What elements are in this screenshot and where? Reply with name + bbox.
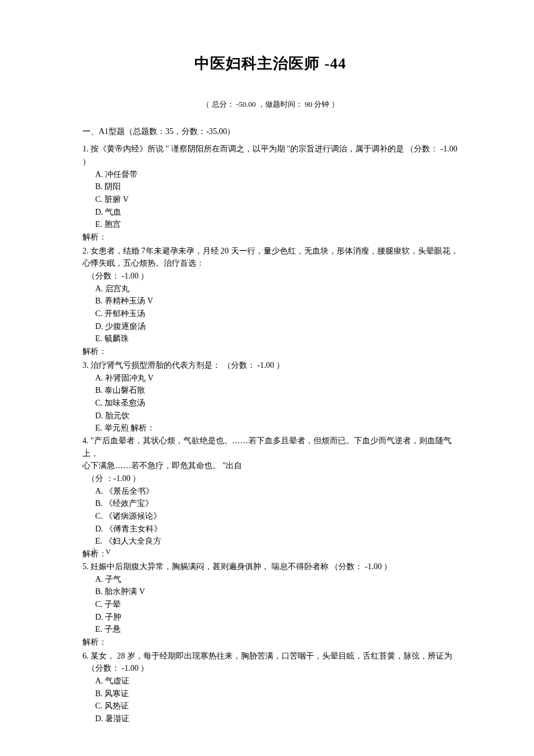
q4-option-a: A. 《景岳全书》 <box>95 485 459 498</box>
q2-stem-2: 心悸失眠，五心烦热。治疗首选： <box>82 257 459 270</box>
q3-option-b: B. 泰山磐石散 <box>95 384 459 397</box>
q5-stem: 5. 妊娠中后期腹大异常，胸膈满闷，甚则遍身俱肿， 喘息不得卧者称 （分数： -… <box>82 560 459 573</box>
q3-option-a: A. 补肾固冲丸 V <box>95 372 459 385</box>
q3-option-c: C. 加味圣愈汤 <box>95 397 459 410</box>
q2-stem-1: 2. 女患者，结婚 7年未避孕未孕，月经 20 天一行，量少色红，无血块，形体消… <box>82 245 459 258</box>
question-1: 1. 按《黄帝内经》所说 " 谨察阴阳所在而调之，以平为期 "的宗旨进行调治，属… <box>82 143 459 231</box>
q4-stem-1: 4. "产后血晕者，其状心烦，气欲绝是也。……若下血多且晕者，但烦而已。下血少而… <box>82 435 459 460</box>
q2-score: （分数： -1.00 ） <box>87 270 459 283</box>
q4-analysis-row: 解析： 》 V <box>82 548 459 560</box>
exam-meta: （ 总分： -50.00 ，做题时间： 90 分钟 ） <box>82 99 459 110</box>
q5-option-d: D. 子肿 <box>95 611 459 624</box>
q2-option-c: C. 开郁种玉汤 <box>95 308 459 320</box>
section-heading: 一、A1型题（总题数：35，分数：-35.00） <box>82 125 459 138</box>
q2-option-a: A. 启宫丸 <box>95 283 459 295</box>
q1-option-c: C. 脏腑 V <box>95 193 459 206</box>
q5-option-c: C. 子晕 <box>95 598 459 611</box>
q4-option-d: D. 《傅青主女科》 <box>95 523 459 536</box>
q1-option-b: B. 阴阳 <box>95 180 459 193</box>
q6-option-c: C. 风热证 <box>95 700 459 712</box>
q1-option-e: E. 胞宫 <box>95 218 459 231</box>
q3-analysis-inline: 解析： <box>131 424 155 432</box>
q5-option-e: E. 子悬 <box>95 623 459 636</box>
q4-score: （分 ：-1.00 ） <box>87 472 459 485</box>
question-2: 2. 女患者，结婚 7年未避孕未孕，月经 20 天一行，量少色红，无血块，形体消… <box>82 245 459 346</box>
q6-option-d: D. 暑湿证 <box>95 712 459 725</box>
q4-mark: V <box>106 547 111 558</box>
q4-stem-2: 心下满急……若不急疗，即危其命也。 "出自 <box>82 460 459 472</box>
question-3: 3. 治疗肾气亏损型滑胎的代表方剂是： （分数： -1.00 ） A. 补肾固冲… <box>82 359 459 435</box>
q5-option-a: A. 子气 <box>95 573 459 586</box>
q2-option-d: D. 少腹逐瘀汤 <box>95 320 459 333</box>
q3-option-d: D. 胎元饮 <box>95 410 459 422</box>
q4-option-b: B. 《经效产宝》 <box>95 497 459 510</box>
q1-stem: 1. 按《黄帝内经》所说 " 谨察阴阳所在而调之，以平为期 "的宗旨进行调治，属… <box>82 143 459 168</box>
q4-option-e: E. 《妇人大全良方 <box>95 535 459 548</box>
page-title: 中医妇科主治医师 -44 <box>82 52 459 75</box>
question-4: 4. "产后血晕者，其状心烦，气欲绝是也。……若下血多且晕者，但烦而已。下血少而… <box>82 435 459 548</box>
q2-analysis: 解析： <box>82 345 459 358</box>
q6-option-a: A. 气虚证 <box>95 675 459 688</box>
q6-score: （分数： -1.00 ） <box>87 662 459 675</box>
q2-option-e: E. 毓麟珠 <box>95 332 459 345</box>
q5-option-b: B. 胎水肿满 V <box>95 585 459 598</box>
question-6: 6. 某女， 28 岁，每于经期即出现寒热往来，胸胁苦满，口苦咽干，头晕目眩，舌… <box>82 650 459 725</box>
question-5: 5. 妊娠中后期腹大异常，胸膈满闷，甚则遍身俱肿， 喘息不得卧者称 （分数： -… <box>82 560 459 636</box>
q3-e-text: E. 举元煎 <box>95 424 129 432</box>
q4-option-c: C. 《诸病源候论》 <box>95 510 459 523</box>
q5-analysis: 解析： <box>82 636 459 649</box>
q1-option-a: A. 冲任督带 <box>95 168 459 181</box>
q1-option-d: D. 气血 <box>95 206 459 219</box>
q6-option-b: B. 风寒证 <box>95 688 459 700</box>
q2-option-b: B. 养精种玉汤 V <box>95 295 459 308</box>
q6-stem: 6. 某女， 28 岁，每于经期即出现寒热往来，胸胁苦满，口苦咽干，头晕目眩，舌… <box>82 650 459 663</box>
q1-analysis: 解析： <box>82 231 459 244</box>
q3-option-e: E. 举元煎 解析： <box>95 422 459 435</box>
q4-close-quote: 》 <box>93 546 99 556</box>
q3-stem: 3. 治疗肾气亏损型滑胎的代表方剂是： （分数： -1.00 ） <box>82 359 459 372</box>
